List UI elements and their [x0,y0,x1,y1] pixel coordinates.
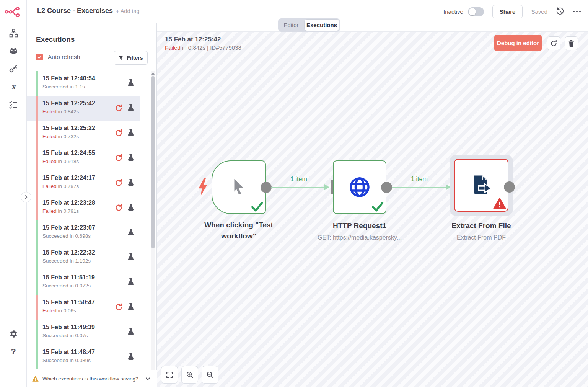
execution-list-item[interactable]: 15 Feb at 11:49:39Succeeded in 0.07s [27,320,140,345]
n8n-app: L2 Course - Excercises + Add tag Inactiv… [0,0,588,387]
fit-view-icon [166,371,173,379]
collapse-panel-button[interactable] [21,192,31,202]
chevron-right-icon [24,195,28,199]
status-color-bar [36,71,38,96]
sidebar-item-settings[interactable] [0,327,27,340]
manual-execution-indicator [127,303,136,311]
executions-scrollbar[interactable] [151,71,155,387]
left-sidebar: x ? BV [0,23,27,387]
manual-flask-icon [127,328,134,335]
retry-execution-icon[interactable] [115,303,123,312]
node-2-output-connector[interactable] [381,182,392,193]
manual-execution-indicator [127,328,136,336]
execution-list-item[interactable]: 15 Feb at 11:50:47Failed in 0.06s [27,295,140,320]
zoom-in-button[interactable] [181,366,198,384]
node-3-subtitle: Extract From PDF [432,232,531,243]
zoom-out-icon [206,371,214,379]
execution-status: Failed in 0.791s [42,208,95,214]
tab-editor[interactable]: Editor [278,22,304,28]
node-1-label: When clicking "Test workflow" [189,219,288,242]
retry-execution-icon[interactable] [115,204,123,212]
status-color-bar [36,121,38,145]
status-color-bar [36,195,38,220]
execution-status: Failed in 0.797s [42,183,95,189]
zoom-out-button[interactable] [202,366,218,384]
execution-duration: in 0.918s [58,158,79,164]
node-1-output-connector[interactable] [261,182,272,193]
more-options-icon[interactable] [573,10,581,13]
delete-execution-button[interactable] [565,36,578,50]
manual-flask-icon [127,278,134,286]
node-extract-from-file[interactable] [454,159,508,212]
execution-duration: in 0.797s [58,183,79,189]
execution-list-item[interactable]: 15 Feb at 12:24:17Failed in 0.797s [27,170,140,195]
tab-executions[interactable]: Executions [304,19,339,31]
status-color-bar [36,245,38,270]
sidebar-item-workflows[interactable] [0,26,27,39]
execution-status: Succeeded in 0.072s [42,283,95,289]
node-3-output-connector[interactable] [504,181,515,193]
retry-execution-button[interactable] [547,36,560,50]
execution-duration: in 0.072s [70,283,91,289]
execution-status: Failed in 0.842s [42,109,95,114]
filters-button[interactable]: Filters [114,51,148,65]
execution-status-word: Failed [42,183,57,189]
retry-icon [550,40,557,47]
execution-list-item[interactable]: 15 Feb at 11:48:47Succeeded in 0.089s [27,345,140,369]
share-button[interactable]: Share [492,5,523,18]
sidebar-item-variables[interactable]: x [0,80,27,93]
saving-info-footer[interactable]: Which executions is this workflow saving… [27,370,157,387]
execution-list-item[interactable]: 15 Feb at 12:25:22Failed in 0.732s [27,121,140,145]
node-2-subtitle: GET: https://media.kaspersky... [310,232,409,243]
execution-time: 15 Feb at 12:23:28 [42,199,95,206]
execution-list-item[interactable]: 15 Feb at 12:23:28Failed in 0.791s [27,195,140,220]
execution-list-item[interactable]: 15 Feb at 12:22:32Succeeded in 1.192s [27,245,140,270]
sidebar-item-templates[interactable] [0,44,27,57]
execution-list-item[interactable]: 15 Feb at 12:25:42Failed in 0.842s [27,96,140,121]
help-icon: ? [9,347,18,356]
retry-execution-icon[interactable] [115,179,123,187]
add-tag-button[interactable]: + Add tag [116,8,140,14]
workflow-title[interactable]: L2 Course - Excercises [37,7,113,15]
execution-status-word: Succeeded [42,233,68,239]
sidebar-item-executions[interactable] [0,98,27,111]
retry-execution-icon[interactable] [115,154,123,162]
node-http-request1[interactable] [333,160,386,214]
templates-icon [9,46,18,56]
node-3-name: Extract From File [432,220,531,231]
retry-execution-icon[interactable] [115,104,123,113]
footer-question: Which executions is this workflow saving… [42,376,141,382]
scroll-up-arrow[interactable] [151,72,155,75]
n8n-logo[interactable] [0,0,27,23]
execution-list-item[interactable]: 15 Feb at 12:40:54Succeeded in 1.1s [27,71,140,96]
execution-status: Succeeded in 1.1s [42,84,95,90]
node-when-clicking-test-workflow[interactable] [212,160,266,214]
n8n-logo-icon [5,6,22,17]
zoom-to-fit-button[interactable] [161,366,178,384]
active-toggle[interactable] [468,7,484,16]
connection-line-1[interactable] [271,187,327,188]
retry-execution-icon[interactable] [115,129,123,137]
status-color-bar [36,295,38,320]
execution-list-item[interactable]: 15 Feb at 12:23:07Succeeded in 0.698s [27,220,140,245]
connection-line-2[interactable] [392,187,448,188]
scrollbar-thumb[interactable] [151,76,155,248]
executions-list: 15 Feb at 12:40:54Succeeded in 1.1s15 Fe… [27,71,157,387]
auto-refresh-checkbox[interactable]: Auto refresh [36,54,80,60]
node-selection-halo[interactable] [450,155,513,216]
debug-in-editor-button[interactable]: Debug in editor [494,35,542,51]
saved-status: Saved [531,8,547,15]
workflow-canvas[interactable]: 15 Feb at 12:25:42 Failed in 0.842s | ID… [157,31,588,387]
execution-status-word: Succeeded [42,258,68,264]
manual-flask-icon [127,178,134,186]
manual-execution-indicator [127,228,136,237]
manual-flask-icon [127,303,134,310]
execution-duration: in 0.842s [58,109,79,114]
sidebar-item-help[interactable]: ? [0,345,27,358]
execution-list-item[interactable]: 15 Feb at 12:24:55Failed in 0.918s [27,145,140,170]
file-export-icon [469,174,493,196]
node-1-name: When clicking "Test workflow" [193,219,285,242]
sidebar-item-credentials[interactable] [0,62,27,75]
history-icon[interactable] [556,7,564,16]
execution-list-item[interactable]: 15 Feb at 11:51:19Succeeded in 0.072s [27,270,140,295]
